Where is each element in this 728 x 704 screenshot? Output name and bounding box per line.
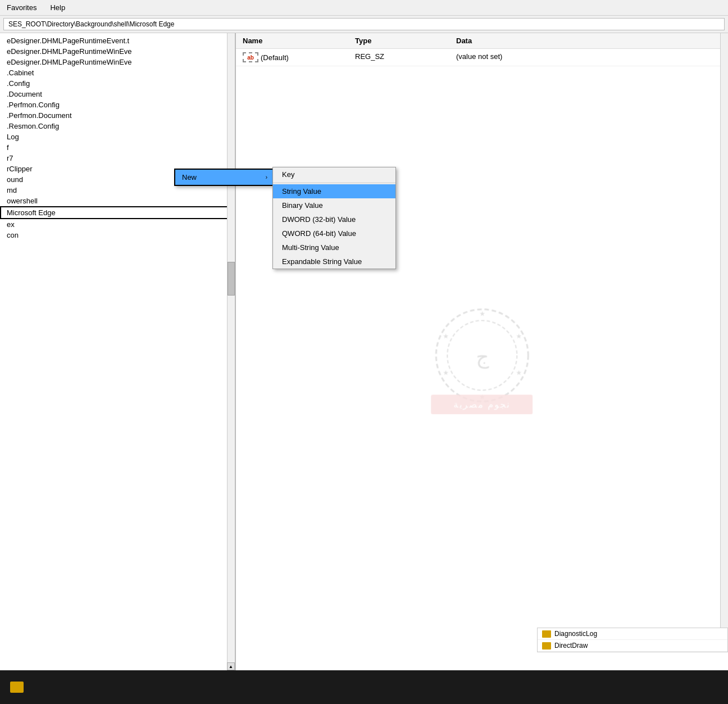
context-new-label: New	[182, 173, 197, 181]
svg-text:★: ★	[442, 369, 448, 377]
tree-item-14[interactable]: md	[0, 185, 235, 196]
folder-icon-directdraw	[542, 642, 551, 650]
cell-name: ab (Default)	[236, 51, 348, 63]
tree-item-18[interactable]: con	[0, 230, 235, 240]
menu-favorites[interactable]: Favorites	[4, 2, 39, 13]
address-bar: SES_ROOT\Directory\Background\shell\Micr…	[3, 18, 725, 30]
tree-item-9[interactable]: Log	[0, 131, 235, 142]
cell-data: (value not set)	[449, 51, 728, 63]
tree-item-4[interactable]: .Config	[0, 78, 235, 89]
tree-item-5[interactable]: .Document	[0, 89, 235, 99]
tree-item-11[interactable]: r7	[0, 153, 235, 163]
submenu: Key String Value Binary Value DWORD (32-…	[272, 167, 396, 269]
submenu-item-binary-value[interactable]: Binary Value	[273, 198, 395, 212]
watermark-ribbon: نجوم مصرية	[431, 395, 533, 415]
taskbar	[0, 670, 728, 704]
cell-name-value: (Default)	[261, 53, 289, 62]
tree-scrollbar-thumb[interactable]	[228, 262, 235, 296]
folder-icon-taskbar	[10, 682, 24, 693]
main-area: eDesigner.DHMLPageRuntimeEvent.t eDesign…	[0, 33, 728, 686]
cell-type: REG_SZ	[348, 51, 449, 63]
watermark: ★ ★ ★ ★ ★ ★ ج نجوم مصرية	[431, 305, 533, 415]
tree-panel: eDesigner.DHMLPageRuntimeEvent.t eDesign…	[0, 33, 236, 686]
submenu-item-dword[interactable]: DWORD (32-bit) Value	[273, 212, 395, 226]
tree-item-2[interactable]: eDesigner.DHMLPageRuntimeWinEve	[0, 57, 235, 67]
right-panel-scrollbar[interactable]	[720, 33, 728, 652]
bottom-list-label-0: DiagnosticLog	[554, 630, 597, 638]
bottom-list: DiagnosticLog DirectDraw	[537, 628, 728, 652]
submenu-item-string-value[interactable]: String Value	[273, 184, 395, 198]
tree-item-6[interactable]: .Perfmon.Config	[0, 99, 235, 110]
submenu-item-key[interactable]: Key	[273, 167, 395, 181]
tree-scrollbar[interactable]	[227, 33, 235, 686]
submenu-item-qword[interactable]: QWORD (64-bit) Value	[273, 226, 395, 240]
scroll-up-arrow[interactable]: ▲	[227, 662, 235, 670]
tree-item-0[interactable]: eDesigner.DHMLPageRuntimeEvent.t	[0, 35, 235, 46]
submenu-item-multistring[interactable]: Multi-String Value	[273, 240, 395, 255]
taskbar-icon-0[interactable]	[6, 676, 28, 698]
context-new-item[interactable]: New ›	[175, 170, 274, 185]
ab-icon: ab	[243, 52, 258, 62]
tree-item-17[interactable]: ex	[0, 219, 235, 230]
tree-item-3[interactable]: .Cabinet	[0, 67, 235, 78]
svg-text:★: ★	[479, 310, 485, 318]
tree-item-7[interactable]: .Perfmon.Document	[0, 110, 235, 121]
menu-bar: Favorites Help	[0, 0, 728, 16]
svg-text:★: ★	[515, 333, 521, 340]
svg-point-1	[447, 321, 517, 390]
bottom-list-item-1[interactable]: DirectDraw	[538, 640, 727, 652]
context-menu-new: New ›	[174, 169, 275, 186]
right-panel: Name Type Data ab (Default) REG_SZ (valu…	[236, 33, 728, 686]
tree-item-8[interactable]: .Resmon.Config	[0, 121, 235, 131]
table-header: Name Type Data	[236, 33, 728, 49]
svg-text:★: ★	[442, 333, 448, 340]
col-header-type: Type	[348, 35, 449, 46]
chevron-right-icon: ›	[266, 174, 267, 180]
submenu-item-expandable[interactable]: Expandable String Value	[273, 255, 395, 269]
bottom-list-label-1: DirectDraw	[554, 642, 588, 650]
svg-text:★: ★	[479, 393, 485, 401]
tree-item-15[interactable]: owershell	[0, 196, 235, 206]
bottom-list-item-0[interactable]: DiagnosticLog	[538, 628, 727, 640]
submenu-divider	[273, 183, 395, 183]
svg-text:ج: ج	[475, 346, 489, 369]
folder-icon-diagnostic	[542, 630, 551, 638]
svg-point-0	[436, 310, 528, 402]
menu-help[interactable]: Help	[48, 2, 67, 13]
col-header-name: Name	[236, 35, 348, 46]
tree-item-microsoft-edge[interactable]: Microsoft Edge	[0, 206, 235, 219]
tree-item-10[interactable]: f	[0, 142, 235, 153]
col-header-data: Data	[449, 35, 728, 46]
table-row[interactable]: ab (Default) REG_SZ (value not set)	[236, 49, 728, 66]
svg-text:★: ★	[515, 369, 521, 377]
tree-item-1[interactable]: eDesigner.DHMLPageRuntimeWinEve	[0, 46, 235, 57]
